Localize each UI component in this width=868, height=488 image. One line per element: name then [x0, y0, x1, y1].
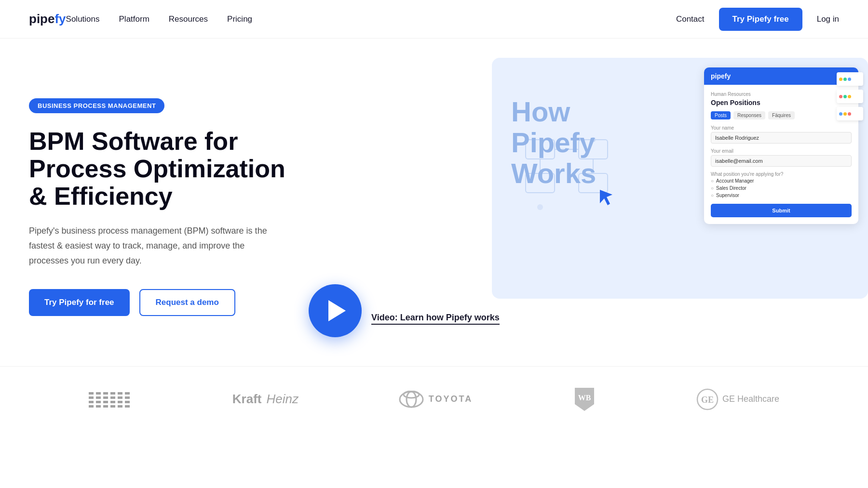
svg-marker-9	[600, 190, 612, 205]
wb-logo: WB	[573, 386, 596, 412]
ge-icon: GE	[696, 388, 719, 410]
request-demo-button[interactable]: Request a demo	[139, 289, 235, 316]
hero-section: BUSINESS PROCESS MANAGEMENT BPM Software…	[0, 39, 868, 366]
kraft-heinz-logo: KraftHeinz	[232, 392, 298, 407]
app-form-title: Open Positions	[711, 99, 852, 106]
svg-rect-0	[526, 140, 555, 159]
svg-text:WB: WB	[578, 394, 591, 402]
wb-shield-icon: WB	[573, 386, 596, 412]
app-submit-button[interactable]: Submit	[711, 204, 852, 217]
hero-left: BUSINESS PROCESS MANAGEMENT BPM Software…	[29, 98, 318, 316]
nav-resources[interactable]: Resources	[169, 14, 208, 24]
svg-rect-18	[122, 390, 125, 409]
svg-rect-16	[108, 390, 110, 409]
hero-badge: BUSINESS PROCESS MANAGEMENT	[29, 98, 164, 113]
svg-point-21	[407, 392, 416, 407]
try-free-button[interactable]: Try Pipefy for free	[29, 289, 130, 316]
nav-platform[interactable]: Platform	[119, 14, 149, 24]
app-radio-sales-director[interactable]: Sales Director	[711, 185, 852, 191]
toyota-logo: TOYOTA	[399, 391, 473, 408]
navbar: pipefy Solutions Platform Resources Pric…	[0, 0, 868, 39]
ibm-logo	[89, 390, 132, 409]
cursor-icon	[598, 188, 615, 207]
mini-card-2	[837, 90, 863, 103]
app-mockup: pipefy Human Resources Open Positions Po…	[704, 67, 858, 224]
svg-rect-2	[579, 140, 608, 159]
app-field-name: Your name Isabelle Rodriguez	[711, 125, 852, 144]
login-link[interactable]: Log in	[817, 14, 839, 24]
hero-visual: How Pipefy Works	[492, 58, 868, 299]
app-section: Human Resources	[711, 92, 852, 97]
toyota-icon	[399, 391, 424, 408]
app-radio-group: Account Manager Sales Director Superviso…	[711, 178, 852, 198]
app-body: Human Resources Open Positions Posts Res…	[704, 85, 858, 224]
app-header: pipefy	[704, 67, 858, 85]
try-free-nav-button[interactable]: Try Pipefy free	[719, 8, 802, 31]
play-icon	[328, 300, 346, 321]
nav-pricing[interactable]: Pricing	[227, 14, 252, 24]
ibm-logo-svg	[89, 390, 132, 409]
svg-point-7	[591, 137, 596, 142]
nav-right: Contact Try Pipefy free Log in	[676, 8, 839, 31]
mini-card-1	[837, 72, 863, 86]
hero-title: BPM Software for Process Optimization & …	[29, 128, 289, 211]
svg-point-8	[537, 204, 543, 210]
app-logo: pipefy	[711, 72, 731, 80]
svg-rect-1	[526, 173, 555, 193]
hero-description: Pipefy's business process management (BP…	[29, 224, 280, 268]
contact-link[interactable]: Contact	[676, 14, 705, 24]
logos-bar: KraftHeinz TOYOTA WB GE GE Healthcare	[0, 366, 868, 432]
right-cards	[837, 72, 863, 120]
svg-text:GE: GE	[701, 395, 714, 405]
app-tab-posts[interactable]: Posts	[711, 111, 731, 119]
svg-rect-15	[101, 390, 103, 409]
svg-rect-19	[130, 390, 132, 409]
app-tab-faquires[interactable]: Fäquires	[768, 111, 795, 119]
logo[interactable]: pipefy	[29, 12, 66, 26]
flow-diagram	[521, 135, 617, 231]
play-button[interactable]	[309, 284, 362, 337]
nav-links: Solutions Platform Resources Pricing	[66, 14, 676, 24]
app-tab-responses[interactable]: Responses	[733, 111, 765, 119]
app-radio-supervisor[interactable]: Supervisor	[711, 193, 852, 198]
hero-buttons: Try Pipefy for free Request a demo	[29, 289, 289, 316]
svg-rect-17	[115, 390, 118, 409]
nav-solutions[interactable]: Solutions	[66, 14, 100, 24]
ge-healthcare-logo: GE GE Healthcare	[696, 388, 779, 410]
app-field-position: What position you're applying for? Accou…	[711, 171, 852, 198]
hero-right: How Pipefy Works	[318, 67, 839, 347]
video-label[interactable]: Video: Learn how Pipefy works	[371, 313, 500, 323]
app-tabs: Posts Responses Fäquires	[711, 111, 852, 119]
app-field-email: Your email isabelle@email.com	[711, 148, 852, 167]
svg-rect-14	[94, 390, 96, 409]
mini-card-3	[837, 107, 863, 120]
app-radio-account-manager[interactable]: Account Manager	[711, 178, 852, 184]
